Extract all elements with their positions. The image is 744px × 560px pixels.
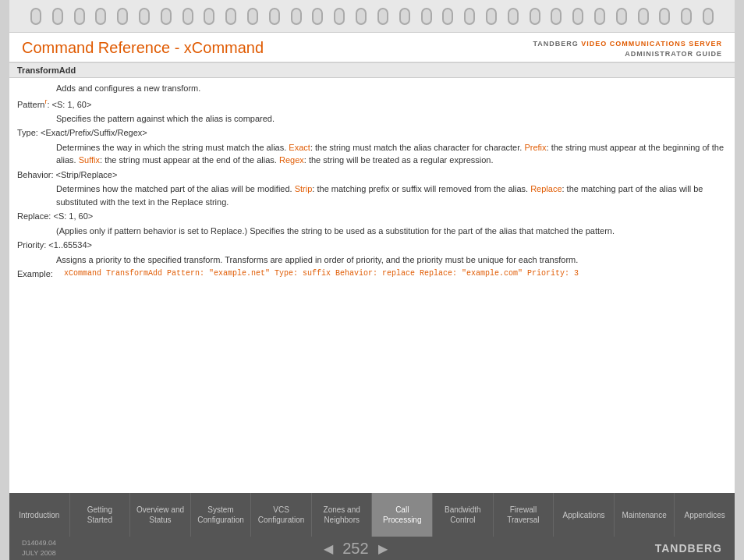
page-title: Command Reference - xCommand <box>22 39 264 57</box>
footer-pagination: ◀ 252 ▶ <box>324 540 387 558</box>
ring <box>638 8 649 25</box>
header: Command Reference - xCommand TANDBERG VI… <box>9 33 735 62</box>
tab-overview-status[interactable]: Overview and Status <box>130 493 191 537</box>
example-label: Example: <box>17 268 64 278</box>
ring <box>139 8 150 25</box>
tab-vcs-config[interactable]: VCS Configuration <box>251 493 312 537</box>
transformadd-priority-param: Priority: <1..65534> <box>9 238 735 253</box>
tab-system-config[interactable]: System Configuration <box>191 493 252 537</box>
brand-sub: VIDEO COMMUNICATIONS SERVER <box>581 40 722 48</box>
ring <box>356 8 367 25</box>
ring <box>269 8 280 25</box>
brand-name: TANDBERG <box>533 40 581 48</box>
bottom-nav: Introduction Getting Started Overview an… <box>9 493 735 537</box>
ring <box>464 8 475 25</box>
ring <box>204 8 214 25</box>
transformadd-replace-desc: (Applies only if pattern behavior is set… <box>9 224 735 239</box>
tab-maintenance[interactable]: Maintenance <box>615 493 675 537</box>
transformadd-pattern-param: Patternr: <S: 1, 60> <box>9 96 735 112</box>
ring <box>30 8 41 25</box>
footer: D14049.04 JULY 2008 ◀ 252 ▶ TANDBERG <box>9 537 735 560</box>
tab-appendices[interactable]: Appendices <box>675 493 735 537</box>
ring <box>681 8 692 25</box>
section-transformadd-content: Adds and configures a new transform. Pat… <box>9 78 735 278</box>
ring <box>377 8 388 25</box>
footer-brand: TANDBERG <box>655 542 722 555</box>
ring <box>530 8 540 25</box>
transformadd-behavior-desc: Determines how the matched part of the a… <box>9 182 735 209</box>
ring <box>247 8 258 25</box>
brand-info: TANDBERG VIDEO COMMUNICATIONS SERVER ADM… <box>533 39 722 58</box>
ring <box>421 8 432 25</box>
ring <box>616 8 627 25</box>
section-transformadd: TransformAdd <box>9 62 735 78</box>
ring <box>442 8 453 25</box>
ring <box>659 8 670 25</box>
transformadd-replace-param: Replace: <S: 1, 60> <box>9 209 735 224</box>
ring <box>703 8 714 25</box>
ring <box>161 8 172 25</box>
transformadd-example: Example: xCommand TransformAdd Pattern: … <box>9 267 735 278</box>
page-number: 252 <box>342 540 368 558</box>
prev-page-button[interactable]: ◀ <box>324 541 333 556</box>
ring <box>52 8 63 25</box>
ring-binder <box>9 0 735 33</box>
tab-zones-neighbors[interactable]: Zones and Neighbors <box>312 493 373 537</box>
page-container: Command Reference - xCommand TANDBERG VI… <box>9 0 735 560</box>
tab-getting-started[interactable]: Getting Started <box>70 493 131 537</box>
example-code: xCommand TransformAdd Pattern: "example.… <box>64 268 579 278</box>
ring <box>291 8 302 25</box>
next-page-button[interactable]: ▶ <box>378 541 388 556</box>
transformadd-type-param: Type: <Exact/Prefix/Suffix/Regex> <box>9 126 735 140</box>
transformadd-pattern-desc: Specifies the pattern against which the … <box>9 112 735 126</box>
footer-docinfo: D14049.04 JULY 2008 <box>22 538 56 558</box>
doc-id: D14049.04 <box>22 538 56 548</box>
transformadd-desc: Adds and configures a new transform. <box>9 81 735 96</box>
spacer <box>9 278 735 493</box>
ring <box>74 8 85 25</box>
ring <box>95 8 106 25</box>
ring <box>572 8 583 25</box>
tab-firewall-traversal[interactable]: Firewall Traversal <box>494 493 554 537</box>
tab-bandwidth-control[interactable]: Bandwidth Control <box>433 493 494 537</box>
ring <box>399 8 410 25</box>
tab-introduction[interactable]: Introduction <box>9 493 70 537</box>
ring <box>594 8 605 25</box>
ring <box>551 8 562 25</box>
ring <box>182 8 193 25</box>
brand-guide: ADMINISTRATOR GUIDE <box>533 49 722 59</box>
ring <box>225 8 236 25</box>
ring <box>312 8 323 25</box>
tab-call-processing[interactable]: Call Processing <box>372 493 433 537</box>
ring <box>117 8 128 25</box>
doc-date: JULY 2008 <box>22 548 56 558</box>
transformadd-priority-desc: Assigns a priority to the specified tran… <box>9 253 735 268</box>
main-content: TransformAdd Adds and configures a new t… <box>9 62 735 278</box>
transformadd-behavior-param: Behavior: <Strip/Replace> <box>9 168 735 183</box>
tab-applications[interactable]: Applications <box>554 493 615 537</box>
ring <box>486 8 497 25</box>
ring <box>334 8 345 25</box>
transformadd-type-desc: Determines the way in which the string m… <box>9 140 735 168</box>
ring <box>508 8 519 25</box>
